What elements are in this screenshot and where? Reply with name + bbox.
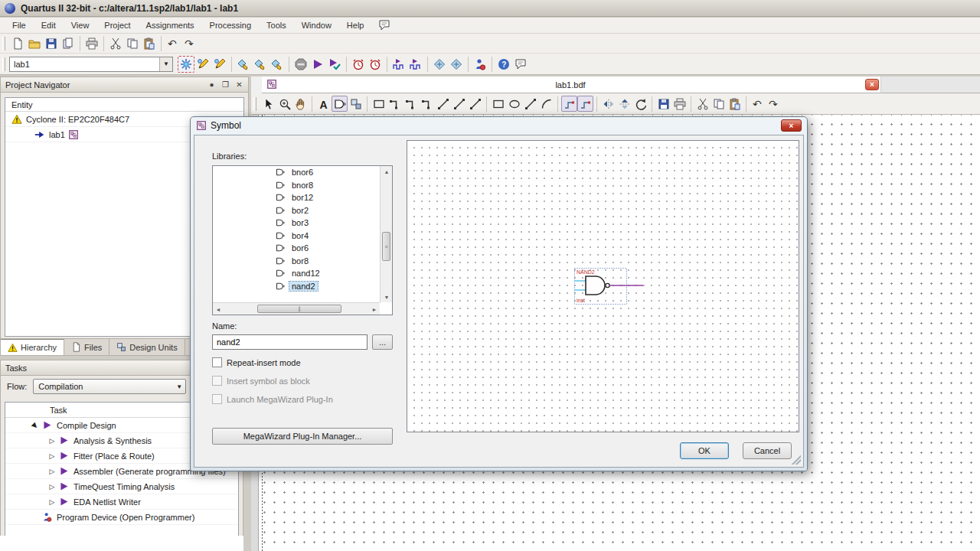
print-icon[interactable]: [83, 35, 100, 52]
vertical-scrollbar[interactable]: ▲ ≡ ▼: [380, 166, 392, 302]
timequest-analyzer-icon[interactable]: [350, 56, 367, 73]
library-item-nand2[interactable]: nand2: [213, 280, 380, 293]
flow-selector[interactable]: Compilation ▼: [33, 379, 186, 394]
libraries-list[interactable]: bnor6bnor8bor12bor2bor3bor4bor6bor8nand1…: [212, 165, 393, 315]
frame-tool-icon[interactable]: [371, 96, 387, 112]
rotate-left-icon[interactable]: [632, 96, 648, 112]
paste-icon[interactable]: [727, 96, 743, 112]
programmer-icon[interactable]: [472, 56, 488, 73]
close-icon[interactable]: ✕: [234, 80, 245, 90]
feedback-bubble-icon[interactable]: [377, 19, 393, 31]
toolbar-grip[interactable]: [2, 37, 5, 51]
resize-grip[interactable]: [792, 455, 801, 465]
print-icon[interactable]: [671, 96, 688, 112]
compile-design-icon[interactable]: [235, 56, 252, 73]
text-tool-icon[interactable]: [315, 96, 332, 112]
megawizard-manager-button[interactable]: MegaWizard Plug-In Manager...: [212, 428, 393, 445]
library-item-bor8[interactable]: bor8: [213, 255, 380, 268]
library-item-nand12[interactable]: nand12: [213, 267, 380, 280]
rubberbanding-icon[interactable]: [561, 96, 577, 112]
save-icon[interactable]: [655, 96, 671, 112]
copy-icon[interactable]: [710, 96, 727, 112]
menu-assignments[interactable]: Assignments: [139, 19, 202, 31]
pin-icon[interactable]: ●: [206, 80, 217, 90]
toolbar-grip[interactable]: [253, 97, 256, 111]
tab-files[interactable]: Files: [64, 339, 109, 355]
start-compilation-icon[interactable]: [309, 56, 326, 73]
orthogonal-bus-tool-icon[interactable]: [403, 96, 419, 112]
cut-icon[interactable]: [694, 96, 710, 112]
repeat-insert-checkbox[interactable]: Repeat-insert mode: [212, 357, 301, 367]
task-row[interactable]: ▷EDA Netlist Writer: [5, 494, 238, 510]
ellipse-tool-icon[interactable]: [506, 96, 522, 112]
line-tool-icon[interactable]: [522, 96, 538, 112]
timequest-report-icon[interactable]: [367, 56, 384, 73]
expander-closed-icon[interactable]: ▷: [48, 452, 56, 460]
dialog-close-button[interactable]: ×: [781, 119, 802, 132]
pin-planner-icon[interactable]: [211, 56, 228, 73]
library-item-bnor6[interactable]: bnor6: [213, 166, 380, 179]
diagonal-bus-tool-icon[interactable]: [451, 96, 467, 112]
scroll-right-icon[interactable]: ►: [369, 303, 380, 315]
chevron-down-icon[interactable]: ▼: [159, 57, 172, 71]
new-file-icon[interactable]: [9, 35, 26, 52]
scroll-left-icon[interactable]: ◄: [213, 303, 224, 315]
diagonal-node-tool-icon[interactable]: [435, 96, 451, 112]
browse-button[interactable]: ...: [372, 334, 393, 350]
symbol-tool-icon[interactable]: [332, 96, 348, 112]
diagonal-conduit-tool-icon[interactable]: [467, 96, 483, 112]
library-item-bor12[interactable]: bor12: [213, 191, 380, 204]
waveform-editor-icon[interactable]: [407, 56, 424, 73]
scrollbar-thumb[interactable]: ≡: [382, 232, 390, 261]
task-row[interactable]: ▷TimeQuest Timing Analysis: [5, 479, 238, 494]
help-icon[interactable]: [495, 56, 512, 73]
menu-processing[interactable]: Processing: [202, 19, 259, 31]
menu-view[interactable]: View: [64, 19, 97, 31]
partial-rubberbanding-icon[interactable]: [577, 96, 593, 112]
undo-icon[interactable]: [165, 35, 181, 52]
menu-help[interactable]: Help: [339, 19, 372, 31]
save-icon[interactable]: [43, 35, 60, 52]
settings-icon[interactable]: [178, 56, 194, 73]
entity-column-header[interactable]: Entity: [5, 98, 243, 112]
copy-icon[interactable]: [124, 35, 141, 52]
expander-closed-icon[interactable]: ▷: [48, 483, 56, 491]
arc-tool-icon[interactable]: [538, 96, 554, 112]
toolbar-grip[interactable]: [2, 57, 5, 71]
undo-icon[interactable]: [750, 96, 766, 112]
library-item-bnor8[interactable]: bnor8: [213, 179, 380, 192]
flip-vertical-icon[interactable]: [616, 96, 632, 112]
analysis-synthesis-icon[interactable]: [252, 56, 269, 73]
rectangle-tool-icon[interactable]: [490, 96, 506, 112]
menu-tools[interactable]: Tools: [259, 19, 294, 31]
expander-closed-icon[interactable]: ▷: [48, 437, 56, 445]
project-selector[interactable]: lab1 ▼: [9, 57, 173, 72]
tab-hierarchy[interactable]: Hierarchy: [1, 339, 64, 355]
name-input[interactable]: [212, 334, 368, 350]
float-icon[interactable]: ❐: [220, 80, 231, 90]
expander-closed-icon[interactable]: ▷: [48, 468, 56, 475]
menu-edit[interactable]: Edit: [34, 19, 64, 31]
selection-tool-icon[interactable]: [260, 96, 276, 112]
tab-close-button[interactable]: ×: [865, 79, 879, 90]
stop-processing-icon[interactable]: [292, 56, 309, 73]
cut-icon[interactable]: [107, 35, 124, 52]
menu-window[interactable]: Window: [294, 19, 339, 31]
dialog-title-bar[interactable]: Symbol ×: [191, 117, 807, 134]
rtl-viewer-icon[interactable]: [431, 56, 448, 73]
editor-tab-label[interactable]: lab1.bdf: [262, 80, 879, 90]
horizontal-scrollbar[interactable]: ◄ ∥ ►: [213, 302, 380, 315]
hand-tool-icon[interactable]: [292, 96, 309, 112]
open-file-icon[interactable]: [26, 35, 43, 52]
menu-file[interactable]: File: [5, 19, 34, 31]
paste-icon[interactable]: [141, 35, 158, 52]
block-tool-icon[interactable]: [348, 96, 364, 112]
technology-map-viewer-icon[interactable]: [448, 56, 465, 73]
nand2-symbol-preview[interactable]: NAND2 inst: [574, 268, 645, 306]
redo-icon[interactable]: [766, 96, 782, 112]
start-analysis-icon[interactable]: [326, 56, 343, 73]
scroll-up-icon[interactable]: ▲: [381, 166, 393, 177]
menu-project[interactable]: Project: [96, 19, 138, 31]
zoom-tool-icon[interactable]: [276, 96, 292, 112]
library-item-bor3[interactable]: bor3: [213, 217, 380, 230]
